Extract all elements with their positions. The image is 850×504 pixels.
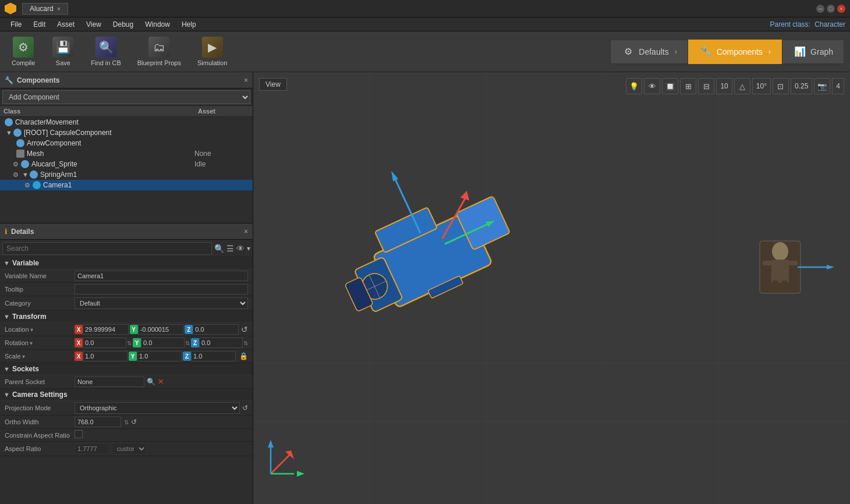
camera-section-header[interactable]: ▼ Camera Settings [0, 389, 253, 401]
vp-snap-icon[interactable]: ⊞ [680, 78, 696, 94]
scale-z-input[interactable] [191, 351, 236, 361]
list-icon[interactable]: ☰ [226, 244, 234, 253]
save-button[interactable]: 💾 Save [45, 33, 80, 70]
graph-label: Graph [810, 47, 833, 56]
comp-row-camera1[interactable]: ⚙ Camera1 [0, 180, 253, 190]
constrain-aspect-row: Constrain Aspect Ratio [0, 429, 253, 442]
comp-row-charactermovement[interactable]: CharacterMovement [0, 117, 253, 127]
blueprint-props-button[interactable]: 🗂 Blueprint Props [132, 33, 187, 70]
location-z-label: Z [185, 325, 193, 334]
ortho-width-spinner[interactable]: ⇅ [124, 419, 129, 425]
vp-angle-value[interactable]: 10° [752, 78, 771, 94]
scale-dropdown-icon[interactable]: ▾ [22, 353, 25, 360]
rotation-z-input[interactable] [199, 338, 243, 348]
location-x-input[interactable] [83, 324, 129, 335]
mode-tabs: Defaults › Components › Graph [610, 40, 844, 64]
sprite-asset: Idle [194, 160, 253, 168]
rotation-x-label: X [75, 338, 83, 347]
aspect-ratio-preset[interactable]: custom 16:9 4:3 [112, 443, 147, 455]
maximize-button[interactable]: □ [827, 5, 835, 13]
variable-name-input[interactable] [75, 271, 248, 281]
ortho-reset-icon[interactable]: ↺ [131, 418, 137, 426]
details-dropdown-icon[interactable]: ▾ [247, 244, 250, 253]
close-button[interactable]: × [837, 5, 845, 13]
mesh-icon [16, 150, 24, 158]
tab-close-icon[interactable]: × [57, 5, 61, 12]
transform-section-header[interactable]: ▼ Transform [0, 311, 253, 323]
tab-graph[interactable]: Graph [782, 40, 844, 64]
view-button[interactable]: View [259, 78, 287, 91]
rotation-x-spinner[interactable]: ⇅ [127, 340, 132, 346]
vp-light-icon[interactable]: 💡 [626, 78, 642, 94]
viewport-3d-canvas[interactable] [253, 72, 850, 504]
ortho-width-input[interactable] [75, 417, 121, 427]
category-select[interactable]: DefaultCameraRendering [75, 297, 248, 309]
vp-grid-icon[interactable]: ⊟ [698, 78, 714, 94]
vp-angle-icon[interactable]: △ [734, 78, 750, 94]
search-icon: 🔍 [214, 244, 224, 253]
simulation-button[interactable]: ▶ Simulation [192, 33, 233, 70]
projection-reset-icon[interactable]: ↺ [242, 404, 248, 412]
add-component-select[interactable]: Add Component [2, 90, 250, 104]
location-z-input[interactable] [193, 324, 239, 335]
minimize-button[interactable]: ─ [816, 5, 824, 13]
menu-file[interactable]: File [5, 19, 27, 30]
components-section: 🔧 Components × Add Component Class Asset… [0, 72, 253, 223]
vp-grid-size[interactable]: 10 [716, 78, 732, 94]
projection-mode-select[interactable]: Orthographic Perspective [75, 402, 240, 414]
components-close-button[interactable]: × [244, 76, 248, 84]
comp-row-arrow[interactable]: ArrowComponent [0, 138, 253, 148]
constrain-checkbox[interactable] [75, 430, 83, 438]
tooltip-input[interactable] [75, 284, 248, 294]
scale-x-input[interactable] [83, 351, 128, 361]
compile-button[interactable]: ⚙ Compile [6, 33, 41, 70]
vp-show-icon[interactable]: 🔲 [662, 78, 678, 94]
rotation-label-container: Rotation ▾ [5, 339, 75, 346]
search-input[interactable] [2, 242, 212, 255]
eye-icon[interactable]: 👁 [236, 244, 245, 253]
socket-search-icon[interactable]: 🔍 [147, 378, 155, 386]
menu-help[interactable]: Help [176, 19, 202, 30]
vp-perspective-icon[interactable]: 👁 [644, 78, 660, 94]
menu-view[interactable]: View [80, 19, 107, 30]
menu-debug[interactable]: Debug [107, 19, 139, 30]
menu-edit[interactable]: Edit [27, 19, 51, 30]
location-dropdown-icon[interactable]: ▾ [30, 326, 33, 333]
scale-lock-icon[interactable]: 🔒 [239, 352, 248, 360]
rotation-dropdown-icon[interactable]: ▾ [30, 340, 33, 346]
svg-point-23 [772, 242, 788, 261]
location-reset-button[interactable]: ↺ [241, 325, 248, 334]
find-in-cb-button[interactable]: 🔍 Find in CB [85, 33, 126, 70]
rotation-x-input[interactable] [83, 338, 126, 348]
parent-socket-input[interactable] [75, 377, 144, 387]
location-y-input[interactable] [138, 324, 184, 335]
springarm-gear-icon: ⚙ [13, 171, 19, 179]
menu-asset[interactable]: Asset [51, 19, 80, 30]
comp-row-mesh[interactable]: Mesh None [0, 148, 253, 159]
comp-row-capsule[interactable]: ▼ [ROOT] CapsuleComponent [0, 127, 253, 138]
vp-camera-icon[interactable]: 📷 [814, 78, 830, 94]
comp-row-sprite[interactable]: ⚙ Alucard_Sprite Idle [0, 159, 253, 169]
rotation-y-spinner[interactable]: ⇅ [185, 340, 190, 346]
sprite-name: Alucard_Sprite [31, 160, 194, 168]
vp-scale-value[interactable]: 0.25 [791, 78, 812, 94]
details-close-button[interactable]: × [244, 228, 248, 236]
bpprops-icon: 🗂 [148, 37, 169, 58]
socket-clear-icon[interactable]: ✕ [158, 378, 164, 386]
vp-scale-icon[interactable]: ⊡ [773, 78, 789, 94]
scale-y-input[interactable] [137, 351, 182, 361]
rotation-y-input[interactable] [141, 338, 185, 348]
vp-camera-value[interactable]: 4 [832, 78, 844, 94]
ortho-width-controls: ⇅ ↺ [75, 417, 248, 427]
viewport[interactable]: View 💡 👁 🔲 ⊞ ⊟ 10 △ 10° ⊡ 0.25 📷 4 [253, 72, 850, 504]
sockets-section-header[interactable]: ▼ Sockets [0, 363, 253, 375]
rotation-xyz: X ⇅ Y ⇅ Z ⇅ [75, 338, 248, 348]
rotation-z-spinner[interactable]: ⇅ [243, 340, 248, 346]
tab-defaults[interactable]: Defaults › [610, 40, 688, 64]
save-label: Save [56, 59, 70, 66]
tab-components[interactable]: Components › [688, 40, 782, 64]
comp-row-springarm[interactable]: ⚙ ▼ SpringArm1 [0, 169, 253, 180]
menu-window[interactable]: Window [139, 19, 176, 30]
editor-tab[interactable]: Alucard × [22, 3, 68, 15]
variable-section-header[interactable]: ▼ Variable [0, 257, 253, 269]
